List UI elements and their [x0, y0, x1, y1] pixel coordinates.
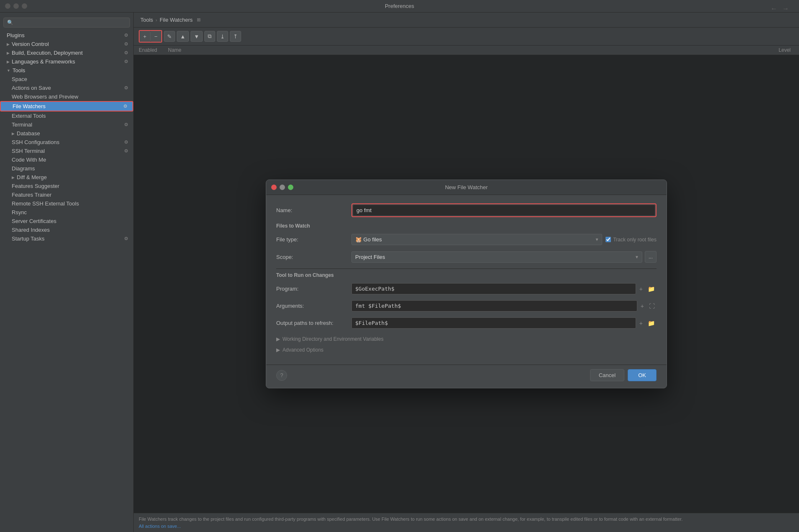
import-button[interactable]: ⤓ — [217, 31, 228, 42]
modal-minimize-button[interactable] — [280, 185, 285, 190]
sidebar-item-tools[interactable]: ▼ Tools — [0, 66, 133, 75]
file-type-row: File type: 🐹 Go files ▼ — [276, 234, 657, 245]
program-row: Program: + 📁 — [276, 283, 657, 294]
modal-traffic-lights — [271, 185, 293, 190]
remove-button[interactable]: − — [150, 31, 161, 42]
sidebar-item-ssh-configurations[interactable]: SSH Configurations ⚙ — [0, 138, 133, 147]
modal-maximize-button[interactable] — [288, 185, 293, 190]
breadcrumb-separator: › — [155, 18, 157, 23]
working-directory-label: Working Directory and Environment Variab… — [282, 336, 384, 342]
chevron-right-icon: ▶ — [12, 175, 15, 180]
gear-icon: ⚙ — [124, 59, 128, 64]
sidebar-item-shared-indexes[interactable]: Shared Indexes — [0, 225, 133, 234]
sidebar-item-database[interactable]: ▶ Database — [0, 129, 133, 138]
search-box[interactable]: 🔍 — [3, 18, 130, 28]
files-to-watch-section: Files to Watch — [276, 223, 657, 229]
gear-icon: ⚙ — [124, 148, 128, 154]
output-folder-button[interactable]: 📁 — [646, 319, 657, 327]
output-paths-row: Output paths to refresh: + 📁 — [276, 317, 657, 329]
tool-to-run-section: Tool to Run on Changes — [276, 272, 657, 278]
gear-icon: ⚙ — [124, 33, 128, 38]
help-button[interactable]: ? — [276, 370, 287, 381]
status-bar: File Watchers track changes to the proje… — [134, 513, 799, 532]
all-actions-link[interactable]: All actions on save... — [139, 524, 181, 529]
sidebar-item-features-trainer[interactable]: Features Trainer — [0, 190, 133, 199]
sidebar-item-terminal[interactable]: Terminal ⚙ — [0, 120, 133, 129]
working-directory-collapsible[interactable]: ▶ Working Directory and Environment Vari… — [276, 334, 657, 344]
close-traffic-light[interactable] — [5, 3, 10, 9]
sidebar-item-build[interactable]: ▶ Build, Execution, Deployment ⚙ — [0, 48, 133, 57]
sidebar-item-web-browsers[interactable]: Web Browsers and Preview — [0, 92, 133, 101]
sidebar-item-languages[interactable]: ▶ Languages & Frameworks ⚙ — [0, 57, 133, 66]
arguments-add-button[interactable]: + — [639, 302, 646, 310]
modal-body: Name: Files to Watch File type: — [266, 195, 667, 365]
program-add-button[interactable]: + — [638, 285, 644, 293]
cancel-button[interactable]: Cancel — [590, 369, 624, 381]
sidebar-item-diagrams[interactable]: Diagrams — [0, 164, 133, 173]
traffic-lights — [5, 3, 27, 9]
sidebar-item-ssh-terminal[interactable]: SSH Terminal ⚙ — [0, 147, 133, 155]
sidebar-item-label: Languages & Frameworks — [12, 58, 75, 65]
export-button[interactable]: ⤒ — [230, 31, 241, 42]
gear-icon: ⚙ — [124, 236, 128, 241]
sidebar-item-label: Features Trainer — [12, 192, 51, 198]
track-root-files-label: Track only root files — [613, 237, 657, 243]
search-icon: 🔍 — [7, 20, 13, 25]
modal-close-button[interactable] — [271, 185, 277, 190]
sidebar-item-file-watchers[interactable]: File Watchers ⚙ — [0, 101, 133, 111]
scope-label: Scope: — [276, 254, 351, 260]
copy-button[interactable]: ⧉ — [204, 31, 215, 42]
sidebar-item-features-suggester[interactable]: Features Suggester — [0, 182, 133, 190]
move-down-button[interactable]: ▼ — [191, 31, 203, 42]
advanced-options-collapsible[interactable]: ▶ Advanced Options — [276, 345, 657, 355]
nav-back-arrow[interactable]: ← — [769, 13, 779, 13]
sidebar-item-rsync[interactable]: Rsync — [0, 208, 133, 217]
title-bar: Preferences — [0, 0, 799, 13]
minimize-traffic-light[interactable] — [13, 3, 19, 9]
sidebar-item-server-certificates[interactable]: Server Certificates — [0, 217, 133, 225]
sidebar-item-space[interactable]: Space — [0, 75, 133, 84]
sidebar-item-external-tools[interactable]: External Tools — [0, 111, 133, 120]
sidebar-item-remote-ssh[interactable]: Remote SSH External Tools — [0, 199, 133, 208]
sidebar-item-code-with-me[interactable]: Code With Me — [0, 155, 133, 164]
name-input[interactable] — [353, 205, 655, 215]
sidebar-item-plugins[interactable]: Plugins ⚙ — [0, 31, 133, 40]
sidebar-item-label: Space — [12, 76, 27, 82]
sidebar-item-label: Web Browsers and Preview — [12, 94, 78, 100]
nav-forward-arrow[interactable]: → — [781, 13, 791, 13]
sidebar: 🔍 Plugins ⚙ ▶ Version Control ⚙ ▶ Build,… — [0, 13, 134, 532]
col-header-name: Name — [168, 47, 744, 53]
program-folder-button[interactable]: 📁 — [646, 285, 657, 293]
move-up-button[interactable]: ▲ — [177, 31, 189, 42]
edit-button[interactable]: ✎ — [164, 31, 175, 42]
arguments-expand-button[interactable]: ⛶ — [647, 302, 657, 310]
col-header-enabled: Enabled — [139, 47, 168, 53]
sidebar-item-actions-on-save[interactable]: Actions on Save ⚙ — [0, 84, 133, 92]
sidebar-item-startup-tasks[interactable]: Startup Tasks ⚙ — [0, 234, 133, 243]
ok-button[interactable]: OK — [628, 369, 657, 381]
maximize-traffic-light[interactable] — [22, 3, 27, 9]
arguments-row: Arguments: + ⛶ — [276, 300, 657, 312]
sidebar-item-diff-merge[interactable]: ▶ Diff & Merge — [0, 173, 133, 182]
scope-dots-button[interactable]: ... — [645, 251, 657, 263]
file-type-select-wrapper[interactable]: 🐹 Go files ▼ — [351, 234, 602, 245]
scope-select-wrap[interactable]: Project Files ▼ — [351, 251, 642, 263]
scope-row: Scope: Project Files ▼ ... — [276, 251, 657, 263]
sidebar-item-label: Actions on Save — [12, 85, 51, 91]
output-add-button[interactable]: + — [638, 319, 644, 327]
program-input[interactable] — [351, 283, 636, 294]
file-type-select[interactable]: 🐹 Go files — [351, 234, 602, 245]
gear-icon: ⚙ — [124, 85, 128, 91]
arguments-input[interactable] — [351, 300, 637, 312]
sidebar-item-label: Remote SSH External Tools — [12, 200, 79, 207]
add-button[interactable]: + — [140, 31, 150, 42]
sidebar-item-version-control[interactable]: ▶ Version Control ⚙ — [0, 40, 133, 48]
main-layout: 🔍 Plugins ⚙ ▶ Version Control ⚙ ▶ Build,… — [0, 13, 799, 532]
sidebar-item-label: Shared Indexes — [12, 227, 50, 233]
track-root-files-checkbox[interactable] — [606, 237, 611, 242]
search-input[interactable] — [15, 20, 126, 25]
gear-icon: ⚙ — [124, 122, 128, 127]
collapse-right-icon: ▶ — [276, 336, 280, 342]
scope-select[interactable]: Project Files — [351, 251, 642, 263]
output-paths-input[interactable] — [351, 317, 636, 329]
